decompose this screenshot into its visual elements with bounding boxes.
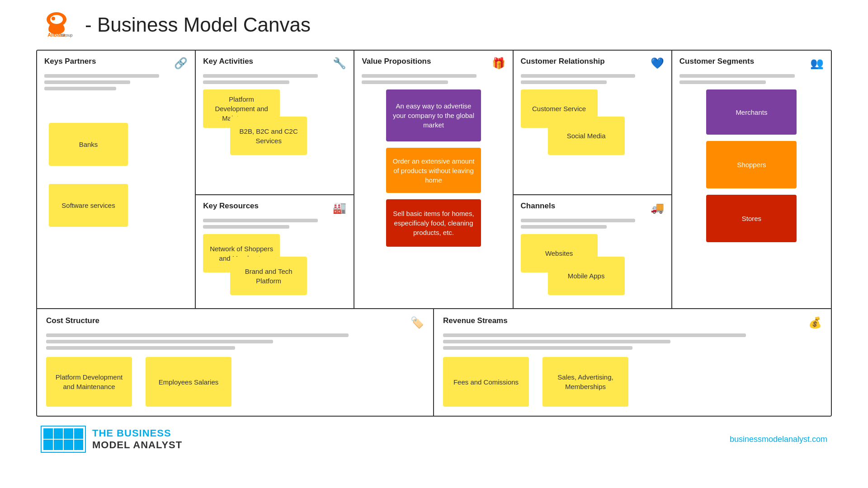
b2b-card: B2B, B2C and C2C Services [230, 117, 307, 155]
revenue-stickies: Fees and Comissions Sales, Advertising, … [443, 357, 822, 407]
footer: THE BUSINESS MODEL ANALYST businessmodel… [36, 426, 832, 453]
key-activities-icon: 🔧 [333, 57, 346, 70]
customer-segments-section: Customer Segments 👥 Merchants Shoppers S [672, 51, 831, 308]
footer-left: THE BUSINESS MODEL ANALYST [41, 426, 182, 453]
key-activities-header: Key Activities 🔧 [203, 57, 346, 70]
key-activities-resources-section: Key Activities 🔧 Platform Development an… [196, 51, 354, 308]
placeholder-line [46, 333, 349, 337]
revenue-streams-header: Revenue Streams 💰 [443, 316, 822, 329]
placeholder-line [443, 333, 746, 337]
sales-card: Sales, Advertising, Memberships [542, 357, 628, 407]
vp2-card: Order an extensive amount of products wi… [386, 148, 481, 193]
key-resources-placeholder [203, 219, 346, 229]
cost-structure-section: Cost Structure 🏷️ Platform Development a… [37, 309, 434, 416]
revenue-placeholder [443, 333, 822, 350]
footer-brand-line2: MODEL ANALYST [92, 439, 182, 451]
footer-logo-cell [74, 428, 84, 439]
stores-card: Stores [706, 195, 797, 242]
cost-structure-header: Cost Structure 🏷️ [46, 316, 424, 329]
footer-logo-cell [64, 440, 73, 450]
placeholder-line [521, 80, 607, 84]
footer-logo-cell [54, 428, 63, 439]
value-propositions-header: Value Propositions 🎁 [362, 57, 505, 70]
key-activities-section: Key Activities 🔧 Platform Development an… [196, 51, 354, 195]
placeholder-line [679, 74, 795, 78]
value-propositions-icon: 🎁 [492, 57, 505, 70]
customer-relationship-channels-section: Customer Relationship 💙 Customer Service… [514, 51, 672, 308]
revenue-streams-section: Revenue Streams 💰 Fees and Comissions Sa… [434, 309, 831, 416]
fees-card: Fees and Comissions [443, 357, 529, 407]
customer-segments-title: Customer Segments [679, 57, 754, 66]
brand-card: Brand and Tech Platform [230, 257, 307, 295]
cost-platform-card: Platform Development and Maintenance [46, 357, 132, 407]
revenue-streams-icon: 💰 [808, 316, 822, 329]
channels-title: Channels [521, 202, 556, 211]
social-media-card: Social Media [548, 117, 625, 155]
key-resources-section: Key Resources 🏭 Network of Shoppers and … [196, 195, 354, 308]
placeholder-line [362, 80, 448, 84]
placeholder-line [46, 346, 235, 350]
value-propositions-title: Value Propositions [362, 57, 431, 66]
footer-logo-cell [43, 428, 53, 439]
footer-logo-cell [54, 440, 63, 450]
merchants-card: Merchants [706, 89, 797, 135]
placeholder-line [521, 74, 636, 78]
page-title: - Business Model Canvas [85, 14, 311, 36]
cs-placeholder [679, 74, 824, 84]
keys-partners-icon: 🔗 [174, 57, 188, 70]
footer-brand-text: THE BUSINESS MODEL ANALYST [92, 427, 182, 451]
keys-partners-title: Keys Partners [44, 57, 96, 66]
shoppers-card: Shoppers [706, 141, 797, 188]
key-resources-header: Key Resources 🏭 [203, 202, 346, 214]
placeholder-line [443, 346, 632, 350]
placeholder-line [679, 80, 766, 84]
customer-relationship-icon: 💙 [651, 57, 664, 70]
channels-header: Channels 🚚 [521, 202, 664, 214]
key-activities-title: Key Activities [203, 57, 253, 66]
placeholder-line [203, 225, 289, 229]
keys-partners-section: Keys Partners 🔗 Banks Software services [37, 51, 196, 308]
placeholder-line [44, 80, 130, 84]
placeholder-line [46, 340, 273, 343]
placeholder-line [203, 74, 318, 78]
channels-section: Channels 🚚 Websites Mobile Apps [514, 195, 671, 308]
placeholder-line [203, 80, 289, 84]
alibaba-logo-svg: Alibaba Group [36, 9, 77, 41]
cost-placeholder [46, 333, 424, 350]
footer-logo-cell [64, 428, 73, 439]
cost-stickies: Platform Development and Maintenance Emp… [46, 357, 424, 407]
placeholder-line [203, 219, 318, 222]
header: Alibaba Group - Business Model Canvas [36, 9, 832, 41]
keys-partners-placeholder [44, 74, 188, 90]
placeholder-line [521, 225, 607, 229]
cost-employees-card: Employees Salaries [146, 357, 231, 407]
placeholder-line [44, 74, 159, 78]
keys-partners-header: Keys Partners 🔗 [44, 57, 188, 70]
customer-relationship-header: Customer Relationship 💙 [521, 57, 664, 70]
cost-structure-title: Cost Structure [46, 316, 99, 325]
cr-placeholder [521, 74, 664, 84]
vp1-card: An easy way to advertise your company to… [386, 89, 481, 141]
mobile-apps-card: Mobile Apps [548, 257, 625, 295]
value-propositions-section: Value Propositions 🎁 An easy way to adve… [354, 51, 513, 308]
key-activities-placeholder [203, 74, 346, 84]
key-resources-icon: 🏭 [333, 202, 346, 214]
software-services-card: Software services [49, 184, 128, 227]
placeholder-line [362, 74, 476, 78]
customer-relationship-title: Customer Relationship [521, 57, 605, 66]
svg-text:Group: Group [61, 33, 72, 38]
footer-logo-cell [74, 440, 84, 450]
key-resources-title: Key Resources [203, 202, 259, 211]
channels-placeholder [521, 219, 664, 229]
placeholder-line [521, 219, 636, 222]
logo: Alibaba Group [36, 9, 77, 41]
revenue-streams-title: Revenue Streams [443, 316, 508, 325]
footer-logo-cell [43, 440, 53, 450]
channels-icon: 🚚 [651, 202, 664, 214]
customer-relationship-section: Customer Relationship 💙 Customer Service… [514, 51, 671, 195]
placeholder-line [443, 340, 670, 343]
value-propositions-placeholder [362, 74, 505, 84]
footer-url: businessmodelanalyst.com [730, 435, 827, 444]
svg-point-2 [52, 17, 55, 20]
customer-segments-header: Customer Segments 👥 [679, 57, 824, 70]
